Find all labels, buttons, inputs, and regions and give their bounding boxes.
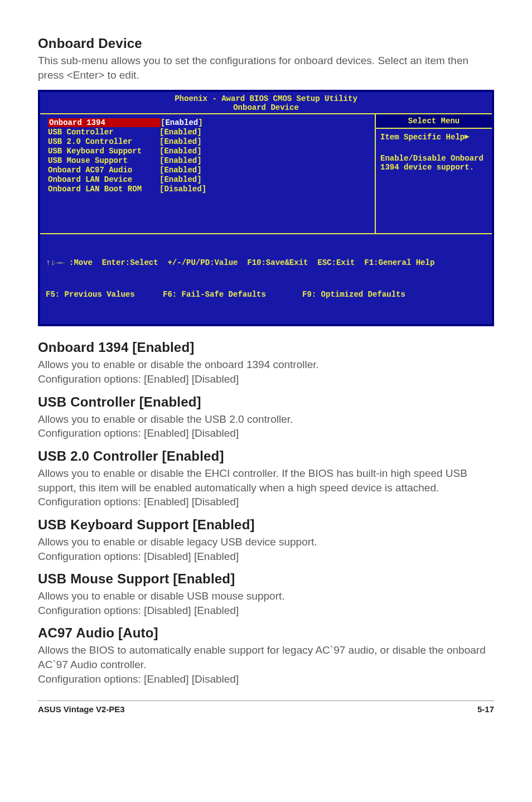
bios-footer-line2: F5: Previous ValuesF6: Fail-Safe Default…: [46, 289, 486, 300]
para-onboard-1394-2: Configuration options: [Enabled] [Disabl…: [38, 372, 494, 386]
bios-title-line2: Onboard Device: [40, 103, 492, 112]
bios-value: [Disabled]: [159, 185, 206, 194]
bios-help-line: 1394 device support.: [380, 163, 489, 172]
bios-value: [Enabled]: [159, 137, 202, 146]
bios-row-onboard-1394: Onboard 1394 [Enabled]: [48, 118, 368, 127]
bios-title: Phoenix - Award BIOS CMOS Setup Utility …: [40, 92, 492, 113]
bios-row-lan-device: Onboard LAN Device [Enabled]: [48, 175, 368, 184]
bios-title-line1: Phoenix - Award BIOS CMOS Setup Utility: [40, 94, 492, 103]
bios-footer: ↑↓→← :Move Enter:Select +/-/PU/PD:Value …: [40, 233, 492, 324]
bios-row-usb-20-controller: USB 2.0 Controller [Enabled]: [48, 137, 368, 146]
bios-label: USB Keyboard Support: [48, 147, 159, 156]
para-onboard-1394-1: Allows you to enable or disable the onbo…: [38, 357, 494, 372]
footer-product: ASUS Vintage V2-PE3: [38, 704, 125, 714]
para-usb-controller-1: Allows you to enable or disable the USB …: [38, 412, 494, 427]
bios-left-pane: Onboard 1394 [Enabled] USB Controller [E…: [40, 114, 376, 233]
bios-value: [Enabled]: [159, 156, 202, 165]
bios-label: USB 2.0 Controller: [48, 137, 159, 146]
bios-row-lan-boot-rom: Onboard LAN Boot ROM [Disabled]: [48, 185, 368, 194]
bios-right-pane: Select Menu Item Specific Help▶ Enable/D…: [376, 114, 492, 233]
para-usb-mouse-1: Allows you to enable or disable USB mous…: [38, 589, 494, 603]
heading-usb-20: USB 2.0 Controller [Enabled]: [38, 448, 494, 464]
bios-row-usb-mouse: USB Mouse Support [Enabled]: [48, 156, 368, 165]
bios-value: [Enabled]: [159, 128, 202, 137]
heading-usb-controller: USB Controller [Enabled]: [38, 394, 494, 410]
bios-help-title: Item Specific Help▶: [380, 132, 489, 142]
bios-help-line: Enable/Disable Onboard: [380, 154, 489, 163]
bios-label: Onboard LAN Device: [48, 175, 159, 184]
para-onboard-device: This sub-menu allows you to set the conf…: [38, 54, 494, 82]
bios-label: USB Mouse Support: [48, 156, 159, 165]
bios-value: [Enabled]: [159, 147, 202, 156]
para-usb-keyboard-1: Allows you to enable or disable legacy U…: [38, 535, 494, 549]
bios-label: Onboard LAN Boot ROM: [48, 185, 159, 194]
heading-usb-mouse: USB Mouse Support [Enabled]: [38, 571, 494, 587]
bios-row-ac97: Onboard AC97 Audio [Enabled]: [48, 166, 368, 175]
para-usb-keyboard-2: Configuration options: [Disabled] [Enabl…: [38, 549, 494, 564]
bios-value: [Enabled]: [161, 118, 203, 127]
bios-row-usb-controller: USB Controller [Enabled]: [48, 128, 368, 137]
bios-value: [Enabled]: [159, 175, 202, 184]
bios-select-menu: Select Menu: [376, 114, 492, 129]
para-ac97-2: Configuration options: [Enabled] [Disabl…: [38, 672, 494, 687]
bios-footer-line1: ↑↓→← :Move Enter:Select +/-/PU/PD:Value …: [46, 258, 486, 268]
bios-label: USB Controller: [48, 128, 159, 137]
bios-label: Onboard AC97 Audio: [48, 166, 159, 175]
bios-value: [Enabled]: [159, 166, 202, 175]
para-ac97-1: Allows the BIOS to automatically enable …: [38, 643, 494, 671]
heading-ac97: AC97 Audio [Auto]: [38, 625, 494, 641]
bios-label: Onboard 1394: [48, 118, 161, 127]
bios-row-usb-keyboard: USB Keyboard Support [Enabled]: [48, 147, 368, 156]
para-usb-mouse-2: Configuration options: [Disabled] [Enabl…: [38, 603, 494, 618]
page-footer: ASUS Vintage V2-PE3 5-17: [38, 700, 494, 714]
para-usb-20: Allows you to enable or disable the EHCI…: [38, 466, 494, 509]
para-usb-controller-2: Configuration options: [Enabled] [Disabl…: [38, 426, 494, 441]
heading-onboard-device: Onboard Device: [38, 36, 494, 51]
footer-page-number: 5-17: [477, 704, 494, 714]
heading-usb-keyboard: USB Keyboard Support [Enabled]: [38, 517, 494, 533]
bios-screenshot: Phoenix - Award BIOS CMOS Setup Utility …: [38, 90, 494, 326]
heading-onboard-1394: Onboard 1394 [Enabled]: [38, 340, 494, 355]
